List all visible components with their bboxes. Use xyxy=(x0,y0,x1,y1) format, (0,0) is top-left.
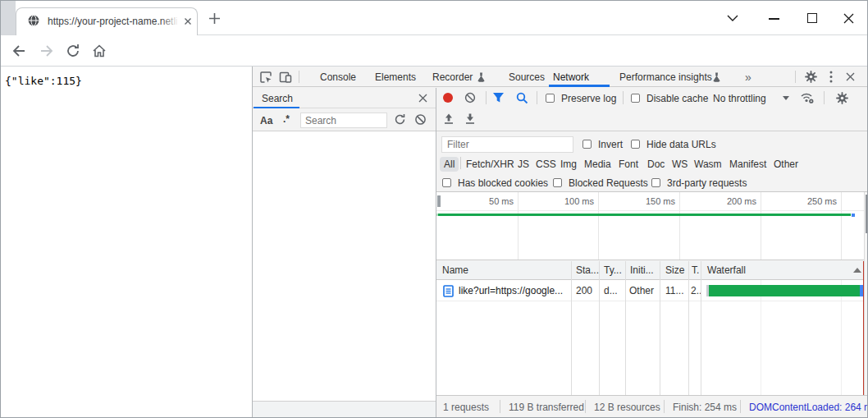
filter-funnel-icon[interactable] xyxy=(492,92,505,103)
network-conditions-icon[interactable] xyxy=(800,91,815,104)
tabbar-separator xyxy=(299,71,299,83)
tab-performance-insights[interactable]: Performance insights xyxy=(619,71,712,83)
disable-cache-label: Disable cache xyxy=(646,93,708,104)
invert-checkbox[interactable] xyxy=(582,140,592,149)
tab-recorder[interactable]: Recorder xyxy=(432,71,473,83)
type-filter-ws[interactable]: WS xyxy=(672,158,688,170)
request-type: d... xyxy=(604,285,618,296)
new-tab-button[interactable] xyxy=(208,11,222,25)
hide-data-urls-checkbox[interactable] xyxy=(631,140,640,149)
col-name[interactable]: Name xyxy=(442,264,468,276)
sort-arrow-icon[interactable] xyxy=(853,268,861,273)
search-pane-footer xyxy=(253,401,436,418)
devtools-menu-icon[interactable] xyxy=(829,71,833,83)
export-har-icon[interactable] xyxy=(464,113,476,125)
column-divider xyxy=(599,261,600,395)
type-filter-all[interactable]: All xyxy=(440,157,459,172)
overview-scroll-thumb[interactable] xyxy=(437,195,441,207)
page-content: {"like":115} xyxy=(1,67,252,418)
has-blocked-cookies-checkbox[interactable] xyxy=(442,178,451,187)
type-filter-manifest[interactable]: Manifest xyxy=(729,158,766,170)
timeline-label-border xyxy=(436,210,868,211)
search-results-area[interactable] xyxy=(253,131,436,401)
request-row[interactable]: like?url=https://google... 200 d... Othe… xyxy=(436,280,868,301)
forward-icon[interactable] xyxy=(39,44,54,58)
import-har-icon[interactable] xyxy=(443,113,455,125)
network-pane: Preserve log Disable cache No throttling xyxy=(436,88,868,418)
throttling-select[interactable]: No throttling xyxy=(713,93,766,104)
col-size[interactable]: Size xyxy=(665,264,684,276)
search-input[interactable] xyxy=(300,113,387,128)
search-clear-icon[interactable] xyxy=(414,113,427,126)
type-filter-other[interactable]: Other xyxy=(774,158,798,170)
more-tabs-button[interactable]: » xyxy=(745,71,752,84)
type-filter-separator xyxy=(460,157,461,169)
throttling-dropdown-icon[interactable] xyxy=(783,96,789,100)
home-icon[interactable] xyxy=(92,44,107,58)
flask-icon xyxy=(477,72,486,82)
network-filter-input[interactable] xyxy=(441,136,573,153)
flask-icon xyxy=(712,72,721,82)
window-maximize-button[interactable] xyxy=(807,13,817,23)
search-refresh-icon[interactable] xyxy=(394,113,406,126)
blocked-requests-label: Blocked Requests xyxy=(569,177,648,189)
window-chevron-icon[interactable] xyxy=(726,12,739,24)
type-filter-fetch-xhr[interactable]: Fetch/XHR xyxy=(466,158,514,170)
disable-cache-checkbox[interactable] xyxy=(631,94,640,103)
search-pane-title: Search xyxy=(262,93,293,104)
blocked-requests-checkbox[interactable] xyxy=(553,178,562,187)
waterfall-bar[interactable] xyxy=(709,285,860,296)
search-pane: Search Aa .* xyxy=(253,88,436,418)
type-filter-js[interactable]: JS xyxy=(518,158,529,170)
frame-corner xyxy=(1,1,16,35)
match-case-button[interactable]: Aa xyxy=(260,115,272,126)
type-filter-font[interactable]: Font xyxy=(619,158,638,170)
column-divider xyxy=(688,261,689,395)
invert-label: Invert xyxy=(598,139,623,150)
device-toolbar-icon[interactable] xyxy=(279,71,292,84)
timeline-overview[interactable]: 50 ms 100 ms 150 ms 200 ms 250 ms xyxy=(436,192,868,260)
requests-table-body[interactable]: like?url=https://google... 200 d... Othe… xyxy=(436,280,868,395)
type-filter-wasm[interactable]: Wasm xyxy=(694,158,722,170)
document-icon xyxy=(443,285,454,297)
inspect-element-icon[interactable] xyxy=(259,71,272,84)
col-type[interactable]: Ty... xyxy=(604,264,622,276)
search-pane-header: Search xyxy=(253,88,436,108)
tab-elements[interactable]: Elements xyxy=(375,71,416,83)
tab-sources[interactable]: Sources xyxy=(509,71,545,83)
request-name[interactable]: like?url=https://google... xyxy=(459,285,569,296)
col-initiator[interactable]: Initi... xyxy=(630,264,654,276)
request-initiator[interactable]: Other xyxy=(629,285,654,296)
type-filter-img[interactable]: Img xyxy=(560,158,577,170)
clear-network-log-icon[interactable] xyxy=(464,92,476,103)
timeline-gridline xyxy=(841,192,842,260)
toolbar-separator xyxy=(537,91,537,104)
network-search-icon[interactable] xyxy=(516,92,528,104)
devtools-settings-gear-icon[interactable] xyxy=(805,71,817,83)
reload-icon[interactable] xyxy=(66,44,80,58)
preserve-log-checkbox[interactable] xyxy=(546,94,555,103)
network-scrollbar[interactable] xyxy=(864,192,868,395)
col-waterfall[interactable]: Waterfall xyxy=(707,264,746,276)
type-filter-media[interactable]: Media xyxy=(584,158,611,170)
search-pane-close-icon[interactable] xyxy=(418,93,428,103)
devtools-close-icon[interactable] xyxy=(845,71,856,82)
back-icon[interactable] xyxy=(11,44,26,58)
col-status[interactable]: Sta... xyxy=(576,264,599,276)
tab-close-icon[interactable] xyxy=(182,16,194,27)
regex-button[interactable]: .* xyxy=(283,113,290,125)
network-settings-gear-icon[interactable] xyxy=(836,92,848,104)
browser-tab[interactable]: https://your-project-name.netlify xyxy=(16,7,198,35)
col-time[interactable]: T. xyxy=(692,264,699,276)
type-filter-css[interactable]: CSS xyxy=(536,158,556,170)
record-button[interactable] xyxy=(443,93,453,103)
tab-console[interactable]: Console xyxy=(320,71,356,83)
tab-network[interactable]: Network xyxy=(553,71,589,83)
timeline-tick: 250 ms xyxy=(760,196,837,206)
network-tab-underline xyxy=(549,85,610,87)
timeline-request-line xyxy=(438,214,851,216)
window-minimize-button[interactable] xyxy=(769,18,779,20)
window-close-button[interactable] xyxy=(843,12,855,25)
third-party-requests-checkbox[interactable] xyxy=(651,178,660,187)
type-filter-doc[interactable]: Doc xyxy=(647,158,665,170)
